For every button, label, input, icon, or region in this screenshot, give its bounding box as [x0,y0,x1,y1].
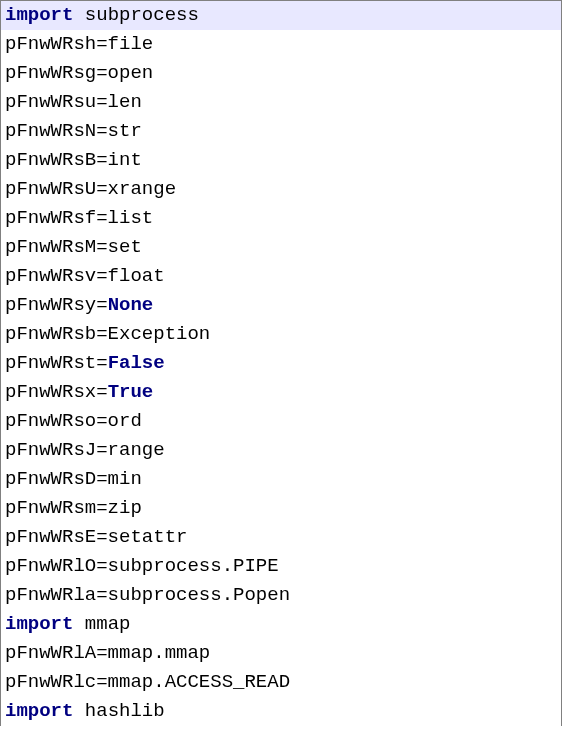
code-line-18: pFnwWRsm=zip [1,494,561,523]
code-line-21: pFnwWRla=subprocess.Popen [1,581,561,610]
code-line-19: pFnwWRsE=setattr [1,523,561,552]
code-line-17: pFnwWRsD=min [1,465,561,494]
code-line-16: pFnwWRsJ=range [1,436,561,465]
code-line-19-token-0: pFnwWRsE=setattr [5,526,187,548]
code-line-2-token-0: pFnwWRsh=file [5,33,153,55]
code-line-5-token-0: pFnwWRsN=str [5,120,142,142]
code-line-24-token-0: pFnwWRlc=mmap.ACCESS_READ [5,671,290,693]
code-line-25-token-0: import [5,700,73,722]
code-line-14-token-1: True [108,381,154,403]
code-line-14: pFnwWRsx=True [1,378,561,407]
code-line-10: pFnwWRsv=float [1,262,561,291]
code-line-17-token-0: pFnwWRsD=min [5,468,142,490]
code-line-15-token-0: pFnwWRso=ord [5,410,142,432]
code-line-11: pFnwWRsy=None [1,291,561,320]
code-line-11-token-1: None [108,294,154,316]
code-block: import subprocesspFnwWRsh=filepFnwWRsg=o… [0,0,562,726]
code-line-2: pFnwWRsh=file [1,30,561,59]
code-line-24: pFnwWRlc=mmap.ACCESS_READ [1,668,561,697]
code-line-23: pFnwWRlA=mmap.mmap [1,639,561,668]
code-line-20-token-0: pFnwWRlO=subprocess.PIPE [5,555,279,577]
code-line-14-token-0: pFnwWRsx= [5,381,108,403]
code-line-11-token-0: pFnwWRsy= [5,294,108,316]
code-line-23-token-0: pFnwWRlA=mmap.mmap [5,642,210,664]
code-line-25-token-1: hashlib [73,700,164,722]
code-line-6: pFnwWRsB=int [1,146,561,175]
code-line-22-token-1: mmap [73,613,130,635]
code-line-20: pFnwWRlO=subprocess.PIPE [1,552,561,581]
code-line-15: pFnwWRso=ord [1,407,561,436]
code-line-13-token-0: pFnwWRst= [5,352,108,374]
code-line-1-token-0: import [5,4,73,26]
code-line-8-token-0: pFnwWRsf=list [5,207,153,229]
code-line-16-token-0: pFnwWRsJ=range [5,439,165,461]
code-line-1-token-1: subprocess [73,4,198,26]
code-line-9: pFnwWRsM=set [1,233,561,262]
code-line-4: pFnwWRsu=len [1,88,561,117]
code-line-13-token-1: False [108,352,165,374]
code-line-7-token-0: pFnwWRsU=xrange [5,178,176,200]
code-line-1: import subprocess [1,1,561,30]
code-line-12-token-0: pFnwWRsb=Exception [5,323,210,345]
code-line-8: pFnwWRsf=list [1,204,561,233]
code-line-6-token-0: pFnwWRsB=int [5,149,142,171]
code-line-3-token-0: pFnwWRsg=open [5,62,153,84]
code-line-9-token-0: pFnwWRsM=set [5,236,142,258]
code-line-3: pFnwWRsg=open [1,59,561,88]
code-line-4-token-0: pFnwWRsu=len [5,91,142,113]
code-line-13: pFnwWRst=False [1,349,561,378]
code-line-25: import hashlib [1,697,561,726]
code-line-5: pFnwWRsN=str [1,117,561,146]
code-line-22-token-0: import [5,613,73,635]
code-line-22: import mmap [1,610,561,639]
code-line-18-token-0: pFnwWRsm=zip [5,497,142,519]
code-line-21-token-0: pFnwWRla=subprocess.Popen [5,584,290,606]
code-line-7: pFnwWRsU=xrange [1,175,561,204]
code-line-10-token-0: pFnwWRsv=float [5,265,165,287]
code-line-12: pFnwWRsb=Exception [1,320,561,349]
